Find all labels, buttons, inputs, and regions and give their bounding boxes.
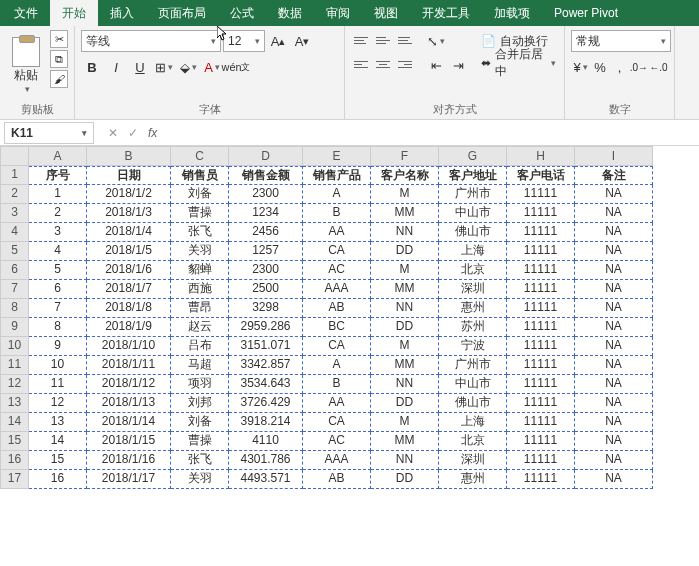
align-middle-button[interactable] — [373, 30, 393, 50]
cell[interactable]: NN — [371, 375, 439, 394]
cell[interactable]: 2018/1/16 — [87, 451, 171, 470]
cell[interactable]: 曹操 — [171, 204, 229, 223]
cell[interactable]: 3918.214 — [229, 413, 303, 432]
tab-视图[interactable]: 视图 — [362, 0, 410, 26]
cell[interactable]: NA — [575, 223, 653, 242]
cell[interactable]: NA — [575, 470, 653, 489]
cell[interactable]: 关羽 — [171, 242, 229, 261]
tab-加载项[interactable]: 加载项 — [482, 0, 542, 26]
italic-button[interactable]: I — [105, 56, 127, 78]
cell[interactable]: 深圳 — [439, 280, 507, 299]
row-header[interactable]: 8 — [0, 299, 29, 318]
cell[interactable]: 上海 — [439, 413, 507, 432]
tab-页面布局[interactable]: 页面布局 — [146, 0, 218, 26]
cell[interactable]: 14 — [29, 432, 87, 451]
row-header[interactable]: 1 — [0, 166, 29, 185]
cell[interactable]: 2018/1/3 — [87, 204, 171, 223]
row-header[interactable]: 13 — [0, 394, 29, 413]
cell[interactable]: AC — [303, 432, 371, 451]
row-header[interactable]: 4 — [0, 223, 29, 242]
phonetic-button[interactable]: wén文 — [225, 56, 247, 78]
cell[interactable]: 12 — [29, 394, 87, 413]
row-header[interactable]: 12 — [0, 375, 29, 394]
decrease-decimal-button[interactable]: ←.0 — [649, 56, 668, 78]
cell[interactable]: 3151.071 — [229, 337, 303, 356]
cell[interactable]: NA — [575, 242, 653, 261]
font-family-select[interactable]: 等线▾ — [81, 30, 221, 52]
cell[interactable]: 2018/1/15 — [87, 432, 171, 451]
cell[interactable]: NA — [575, 299, 653, 318]
cell[interactable]: 4110 — [229, 432, 303, 451]
cell[interactable]: 客户地址 — [439, 166, 507, 185]
cell[interactable]: 2018/1/11 — [87, 356, 171, 375]
row-header[interactable]: 9 — [0, 318, 29, 337]
cell[interactable]: AC — [303, 261, 371, 280]
cell[interactable]: NA — [575, 204, 653, 223]
cell[interactable]: 3534.643 — [229, 375, 303, 394]
cell[interactable]: AA — [303, 223, 371, 242]
cell[interactable]: 中山市 — [439, 204, 507, 223]
merge-center-button[interactable]: ⬌合并后居中▾ — [479, 52, 558, 74]
cell[interactable]: 北京 — [439, 261, 507, 280]
cell[interactable]: M — [371, 413, 439, 432]
cell[interactable]: NA — [575, 394, 653, 413]
row-header[interactable]: 2 — [0, 185, 29, 204]
cell[interactable]: 佛山市 — [439, 394, 507, 413]
cell[interactable]: 5 — [29, 261, 87, 280]
increase-decimal-button[interactable]: .0→ — [629, 56, 648, 78]
percent-button[interactable]: % — [590, 56, 609, 78]
col-header-I[interactable]: I — [575, 146, 653, 166]
cell[interactable]: 张飞 — [171, 451, 229, 470]
cell[interactable]: AAA — [303, 280, 371, 299]
font-color-button[interactable]: A▾ — [201, 56, 223, 78]
cell[interactable]: 2018/1/2 — [87, 185, 171, 204]
cell[interactable]: 2 — [29, 204, 87, 223]
cell[interactable]: 3298 — [229, 299, 303, 318]
cell[interactable]: MM — [371, 280, 439, 299]
cell[interactable]: AB — [303, 470, 371, 489]
cell[interactable]: A — [303, 185, 371, 204]
row-header[interactable]: 7 — [0, 280, 29, 299]
cell[interactable]: 11111 — [507, 299, 575, 318]
cell[interactable]: M — [371, 337, 439, 356]
tab-文件[interactable]: 文件 — [2, 0, 50, 26]
cell[interactable]: 2959.286 — [229, 318, 303, 337]
cell[interactable]: 11111 — [507, 432, 575, 451]
cell[interactable]: B — [303, 375, 371, 394]
cell[interactable]: 2018/1/14 — [87, 413, 171, 432]
cell[interactable]: 序号 — [29, 166, 87, 185]
fill-color-button[interactable]: ⬙▾ — [177, 56, 199, 78]
paste-button[interactable]: 粘贴 ▾ — [6, 30, 46, 100]
cell[interactable]: 广州市 — [439, 185, 507, 204]
cell[interactable]: 9 — [29, 337, 87, 356]
cell[interactable]: 惠州 — [439, 470, 507, 489]
cell[interactable]: 赵云 — [171, 318, 229, 337]
cell[interactable]: 中山市 — [439, 375, 507, 394]
font-size-select[interactable]: 12▾ — [223, 30, 265, 52]
align-center-button[interactable] — [373, 54, 393, 74]
cell[interactable]: 销售金额 — [229, 166, 303, 185]
cell[interactable]: 2018/1/6 — [87, 261, 171, 280]
cell[interactable]: NA — [575, 356, 653, 375]
align-bottom-button[interactable] — [395, 30, 415, 50]
cell[interactable]: 吕布 — [171, 337, 229, 356]
cell[interactable]: AB — [303, 299, 371, 318]
row-header[interactable]: 6 — [0, 261, 29, 280]
row-header[interactable]: 17 — [0, 470, 29, 489]
cell[interactable]: 惠州 — [439, 299, 507, 318]
cell[interactable]: NA — [575, 413, 653, 432]
enter-icon[interactable]: ✓ — [128, 126, 138, 140]
currency-button[interactable]: ¥▾ — [571, 56, 590, 78]
align-left-button[interactable] — [351, 54, 371, 74]
align-top-button[interactable] — [351, 30, 371, 50]
cell[interactable]: 13 — [29, 413, 87, 432]
cell[interactable]: 11111 — [507, 337, 575, 356]
col-header-E[interactable]: E — [303, 146, 371, 166]
cell[interactable]: 2018/1/8 — [87, 299, 171, 318]
cell[interactable]: 客户电话 — [507, 166, 575, 185]
cell[interactable]: NA — [575, 261, 653, 280]
cell[interactable]: 11111 — [507, 223, 575, 242]
tab-插入[interactable]: 插入 — [98, 0, 146, 26]
tab-开始[interactable]: 开始 — [50, 0, 98, 26]
cell[interactable]: NN — [371, 451, 439, 470]
